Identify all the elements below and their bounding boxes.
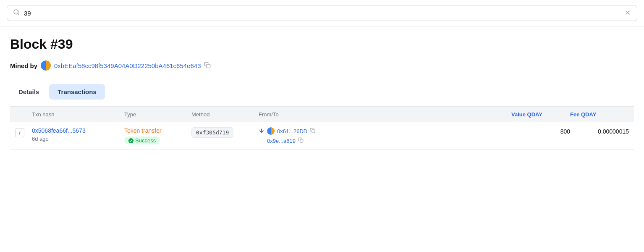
from-row: 0x61...26DD xyxy=(259,127,511,135)
fee-cell: 0.00000015 xyxy=(570,127,629,135)
direction-arrow-icon xyxy=(259,128,264,135)
type-label: Token transfer xyxy=(124,127,191,134)
txn-hash-col: 0x5068fea66f...5673 6d ago xyxy=(32,127,124,142)
tabs-row: Details Transactions xyxy=(10,84,634,100)
page-title: Block #39 xyxy=(10,37,634,52)
status-badge: Success xyxy=(124,136,160,144)
search-input[interactable] xyxy=(24,10,620,17)
from-address-avatar-icon xyxy=(267,127,275,135)
success-icon xyxy=(128,138,134,143)
col-header-type: Type xyxy=(124,111,191,118)
table-header: Txn hash Type Method From/To Value QDAY … xyxy=(10,107,634,122)
page-content: Block #39 Mined by 0xbEEaf58cc98f5349A04… xyxy=(0,26,644,150)
tab-details[interactable]: Details xyxy=(10,84,47,100)
type-col: Token transfer Success xyxy=(124,127,191,144)
copy-to-address-button[interactable] xyxy=(298,137,304,144)
copy-from-address-button[interactable] xyxy=(310,128,315,134)
search-bar xyxy=(7,5,637,21)
col-header-from-to: From/To xyxy=(259,111,511,118)
col-header-empty xyxy=(15,111,32,118)
col-header-value-qday: Value QDAY xyxy=(511,111,570,118)
tab-transactions[interactable]: Transactions xyxy=(49,84,105,100)
mined-by-row: Mined by 0xbEEaf58cc98f5349A04A0D22250bA… xyxy=(10,60,634,71)
txn-time: 6d ago xyxy=(32,136,124,142)
table-row: i 0x5068fea66f...5673 6d ago Token trans… xyxy=(10,122,634,150)
search-icon xyxy=(13,9,20,17)
col-header-method: Method xyxy=(191,111,259,118)
svg-point-6 xyxy=(128,138,134,143)
miner-avatar-icon xyxy=(41,60,51,71)
miner-address-link[interactable]: 0xbEEaf58cc98f5349A04A0D22250bA461c654e6… xyxy=(54,62,201,69)
svg-rect-9 xyxy=(312,130,315,133)
info-icon: i xyxy=(19,130,20,135)
col-header-txn-hash: Txn hash xyxy=(32,111,124,118)
col-header-fee-qday: Fee QDAY xyxy=(570,111,629,118)
svg-rect-5 xyxy=(207,64,210,68)
svg-rect-10 xyxy=(300,139,303,142)
search-clear-button[interactable] xyxy=(624,9,631,17)
to-row: 0x9e...a619 xyxy=(259,137,511,144)
transactions-table: Txn hash Type Method From/To Value QDAY … xyxy=(10,106,634,150)
status-text: Success xyxy=(135,137,156,144)
from-address-link[interactable]: 0x61...26DD xyxy=(277,128,307,134)
method-col: 0xf305d719 xyxy=(191,127,259,138)
copy-address-button[interactable] xyxy=(204,62,211,70)
svg-line-1 xyxy=(18,13,19,15)
method-pill: 0xf305d719 xyxy=(191,127,233,138)
txn-hash-link[interactable]: 0x5068fea66f...5673 xyxy=(32,127,124,134)
from-to-col: 0x61...26DD 0x9e...a619 xyxy=(259,127,511,144)
value-cell: 800 xyxy=(511,127,570,135)
to-address-link[interactable]: 0x9e...a619 xyxy=(267,138,296,144)
search-bar-container xyxy=(0,0,644,26)
mined-by-label: Mined by xyxy=(10,62,37,69)
info-button[interactable]: i xyxy=(15,127,32,137)
